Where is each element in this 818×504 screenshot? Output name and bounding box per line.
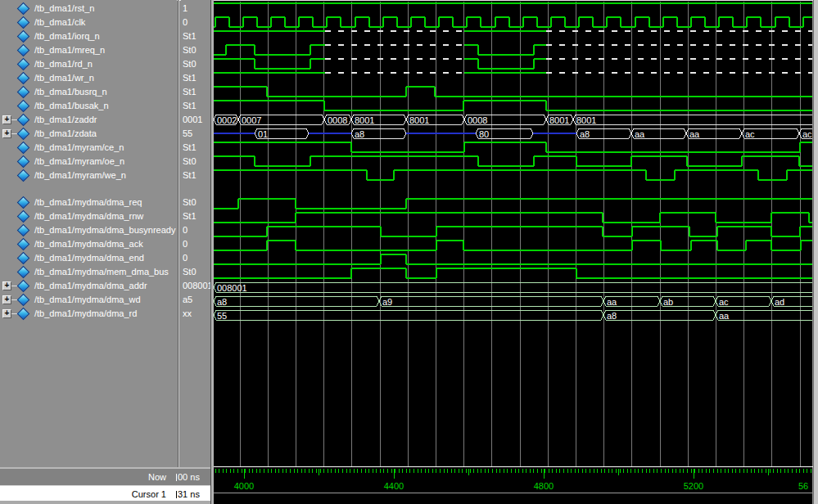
signal-value-oe_n: St0 <box>183 155 210 169</box>
signal-row-dma_rnw[interactable]: /tb_dma1/mydma/dma_rnw <box>0 209 177 223</box>
signal-row-dma_addr[interactable]: +/tb_dma1/mydma/dma_addr <box>0 279 177 293</box>
signal-value-rst_n: 1 <box>183 2 210 16</box>
expand-icon[interactable]: + <box>2 281 11 290</box>
signal-row-zdata[interactable]: +/tb_dma1/zdata <box>0 127 177 141</box>
signal-diamond-icon <box>17 308 30 321</box>
signal-value-mreq_n: St0 <box>183 43 210 57</box>
signal-name: /tb_dma1/mreq_n <box>34 43 105 57</box>
signal-diamond-icon <box>17 100 30 113</box>
signal-name: /tb_dma1/busak_n <box>34 99 109 113</box>
signal-value-ce_n: St1 <box>183 141 210 155</box>
signal-name: /tb_dma1/rd_n <box>34 57 93 71</box>
signal-name: /tb_dma1/mydma/dma_wd <box>34 293 141 307</box>
expand-icon[interactable]: + <box>2 129 11 138</box>
signal-name: /tb_dma1/zaddr <box>34 113 97 127</box>
signal-row-dma_req[interactable]: /tb_dma1/mydma/dma_req <box>0 196 177 209</box>
cursor1-label: Cursor 1 <box>0 489 172 499</box>
signal-value-dma_rd: xx <box>183 307 210 321</box>
signal-value-dma_ack: 0 <box>183 237 210 251</box>
signal-row-dma_ack[interactable]: /tb_dma1/mydma/dma_ack <box>0 237 177 251</box>
signal-row-rst_n[interactable]: /tb_dma1/rst_n <box>0 2 177 16</box>
name-value-divider-highlight <box>179 0 179 501</box>
signal-name: /tb_dma1/mydma/dma_rd <box>34 307 137 321</box>
signal-name: /tb_dma1/iorq_n <box>34 29 100 43</box>
signal-name: /tb_dma1/rst_n <box>34 2 94 16</box>
now-bar: Now 00 ns <box>0 467 210 485</box>
signal-diamond-icon <box>17 196 30 209</box>
signal-diamond-icon <box>17 58 30 71</box>
signal-row-rd_n[interactable]: /tb_dma1/rd_n <box>0 57 177 71</box>
signal-value-busak_n: St1 <box>183 99 210 113</box>
signal-value-zaddr: 0001 <box>183 113 210 127</box>
signal-name: /tb_dma1/mydma/dma_ack <box>34 237 143 251</box>
timeline-ruler[interactable] <box>214 467 812 493</box>
signal-row-wr_n[interactable]: /tb_dma1/wr_n <box>0 71 177 85</box>
signal-name: /tb_dma1/myram/oe_n <box>34 155 124 169</box>
signal-value-iorq_n: St1 <box>183 29 210 43</box>
signal-name: /tb_dma1/mydma/dma_addr <box>34 279 147 293</box>
expand-icon[interactable]: + <box>2 309 11 318</box>
signal-row-busrq_n[interactable]: /tb_dma1/busrq_n <box>0 85 177 99</box>
signal-value-dma_req: St0 <box>183 196 210 209</box>
signal-row-dma_wd[interactable]: +/tb_dma1/mydma/dma_wd <box>0 293 177 307</box>
signal-row-ce_n[interactable]: /tb_dma1/myram/ce_n <box>0 141 177 155</box>
signal-diamond-icon <box>17 86 30 99</box>
now-label: Now <box>0 472 172 482</box>
signal-diamond-icon <box>17 142 30 155</box>
signal-value-dma_busynready: 0 <box>183 223 210 237</box>
signal-row-we_n[interactable]: /tb_dma1/myram/we_n <box>0 169 177 182</box>
expand-icon[interactable]: + <box>2 115 11 124</box>
signal-row-dma_rd[interactable]: +/tb_dma1/mydma/dma_rd <box>0 307 177 321</box>
signal-row-mreq_n[interactable]: /tb_dma1/mreq_n <box>0 43 177 57</box>
signal-value-wr_n: St1 <box>183 71 210 85</box>
signal-name: /tb_dma1/mydma/mem_dma_bus <box>34 265 169 279</box>
signal-row-iorq_n[interactable]: /tb_dma1/iorq_n <box>0 29 177 43</box>
signal-value-mem_dma_bus: St0 <box>183 265 210 279</box>
signal-value-clk: 0 <box>183 16 210 29</box>
signal-diamond-icon <box>17 210 30 223</box>
signal-row-busak_n[interactable]: /tb_dma1/busak_n <box>0 99 177 113</box>
signal-value-panel: 10St1St0St0St1St1St1000155St1St0St1St0St… <box>181 0 210 467</box>
signal-diamond-icon <box>17 294 30 307</box>
signal-diamond-icon <box>17 44 30 57</box>
signal-diamond-icon <box>17 238 30 251</box>
cursor-track[interactable] <box>214 493 812 504</box>
signal-diamond-icon <box>17 224 30 237</box>
signal-row-dma_busynready[interactable]: /tb_dma1/mydma/dma_busynready <box>0 223 177 237</box>
vertical-scrollbar[interactable] <box>813 0 818 504</box>
signal-value-dma_end: 0 <box>183 251 210 265</box>
now-value: 00 ns <box>172 472 200 482</box>
signal-name: /tb_dma1/mydma/dma_end <box>34 251 144 265</box>
signal-diamond-icon <box>17 252 30 265</box>
signal-diamond-icon <box>17 16 30 29</box>
signal-value-dma_rnw: St1 <box>183 209 210 223</box>
signal-row-oe_n[interactable]: /tb_dma1/myram/oe_n <box>0 155 177 169</box>
cursor1-value: 31 ns <box>172 489 200 499</box>
signal-name: /tb_dma1/wr_n <box>34 71 94 85</box>
expand-icon[interactable]: + <box>2 295 11 304</box>
value-wave-divider-highlight <box>211 0 214 504</box>
signal-name: /tb_dma1/myram/ce_n <box>34 141 124 155</box>
signal-value-rd_n: St0 <box>183 57 210 71</box>
signal-row-clk[interactable]: /tb_dma1/clk <box>0 16 177 29</box>
signal-diamond-icon <box>17 114 30 127</box>
signal-row-dma_end[interactable]: /tb_dma1/mydma/dma_end <box>0 251 177 265</box>
signal-name: /tb_dma1/myram/we_n <box>34 169 126 182</box>
cursor1-bar[interactable]: Cursor 1 31 ns <box>0 485 210 502</box>
signal-name: /tb_dma1/clk <box>34 16 85 29</box>
signal-value-dma_wd: a5 <box>183 293 210 307</box>
signal-row-zaddr[interactable]: +/tb_dma1/zaddr <box>0 113 177 127</box>
signal-value-we_n: St1 <box>183 169 210 182</box>
signal-value-dma_addr: 008001 <box>183 279 210 293</box>
signal-name: /tb_dma1/zdata <box>34 127 97 141</box>
signal-name: /tb_dma1/mydma/dma_rnw <box>34 209 143 223</box>
signal-diamond-icon <box>17 128 30 141</box>
signal-name: /tb_dma1/mydma/dma_req <box>34 196 142 209</box>
waveform-area[interactable] <box>214 1 812 466</box>
signal-name: /tb_dma1/mydma/dma_busynready <box>34 223 175 237</box>
bottom-strip <box>0 501 210 504</box>
signal-diamond-icon <box>17 2 30 16</box>
signal-row-mem_dma_bus[interactable]: /tb_dma1/mydma/mem_dma_bus <box>0 265 177 279</box>
signal-diamond-icon <box>17 30 30 43</box>
signal-diamond-icon <box>17 266 30 279</box>
